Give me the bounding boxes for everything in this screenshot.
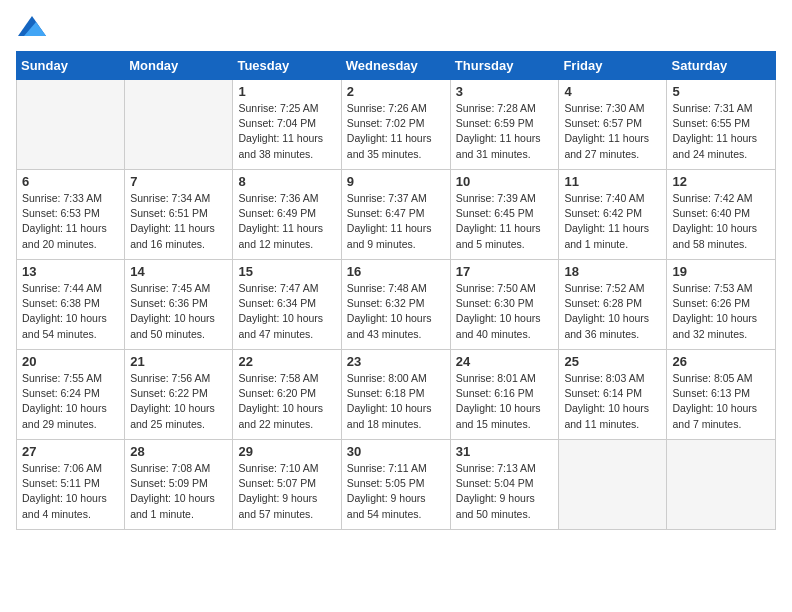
day-number: 3 — [456, 84, 554, 99]
calendar-day-cell: 20Sunrise: 7:55 AM Sunset: 6:24 PM Dayli… — [17, 350, 125, 440]
day-info: Sunrise: 7:06 AM Sunset: 5:11 PM Dayligh… — [22, 461, 119, 522]
calendar-day-cell: 7Sunrise: 7:34 AM Sunset: 6:51 PM Daylig… — [125, 170, 233, 260]
calendar-day-cell: 14Sunrise: 7:45 AM Sunset: 6:36 PM Dayli… — [125, 260, 233, 350]
calendar-day-cell: 23Sunrise: 8:00 AM Sunset: 6:18 PM Dayli… — [341, 350, 450, 440]
day-number: 4 — [564, 84, 661, 99]
day-info: Sunrise: 7:40 AM Sunset: 6:42 PM Dayligh… — [564, 191, 661, 252]
day-number: 10 — [456, 174, 554, 189]
calendar-day-cell — [667, 440, 776, 530]
calendar-day-cell: 31Sunrise: 7:13 AM Sunset: 5:04 PM Dayli… — [450, 440, 559, 530]
day-info: Sunrise: 7:33 AM Sunset: 6:53 PM Dayligh… — [22, 191, 119, 252]
day-info: Sunrise: 7:47 AM Sunset: 6:34 PM Dayligh… — [238, 281, 335, 342]
calendar-day-cell: 19Sunrise: 7:53 AM Sunset: 6:26 PM Dayli… — [667, 260, 776, 350]
calendar-table: SundayMondayTuesdayWednesdayThursdayFrid… — [16, 51, 776, 530]
logo — [16, 16, 46, 41]
calendar-week-row: 13Sunrise: 7:44 AM Sunset: 6:38 PM Dayli… — [17, 260, 776, 350]
weekday-header: Monday — [125, 52, 233, 80]
day-info: Sunrise: 8:01 AM Sunset: 6:16 PM Dayligh… — [456, 371, 554, 432]
day-number: 27 — [22, 444, 119, 459]
day-number: 19 — [672, 264, 770, 279]
day-info: Sunrise: 7:31 AM Sunset: 6:55 PM Dayligh… — [672, 101, 770, 162]
calendar-day-cell: 10Sunrise: 7:39 AM Sunset: 6:45 PM Dayli… — [450, 170, 559, 260]
day-info: Sunrise: 7:08 AM Sunset: 5:09 PM Dayligh… — [130, 461, 227, 522]
day-info: Sunrise: 7:53 AM Sunset: 6:26 PM Dayligh… — [672, 281, 770, 342]
calendar-day-cell: 30Sunrise: 7:11 AM Sunset: 5:05 PM Dayli… — [341, 440, 450, 530]
calendar-day-cell: 28Sunrise: 7:08 AM Sunset: 5:09 PM Dayli… — [125, 440, 233, 530]
calendar-day-cell: 29Sunrise: 7:10 AM Sunset: 5:07 PM Dayli… — [233, 440, 341, 530]
day-info: Sunrise: 7:30 AM Sunset: 6:57 PM Dayligh… — [564, 101, 661, 162]
calendar-week-row: 6Sunrise: 7:33 AM Sunset: 6:53 PM Daylig… — [17, 170, 776, 260]
day-number: 23 — [347, 354, 445, 369]
calendar-day-cell: 3Sunrise: 7:28 AM Sunset: 6:59 PM Daylig… — [450, 80, 559, 170]
day-info: Sunrise: 7:11 AM Sunset: 5:05 PM Dayligh… — [347, 461, 445, 522]
day-number: 6 — [22, 174, 119, 189]
calendar-day-cell: 1Sunrise: 7:25 AM Sunset: 7:04 PM Daylig… — [233, 80, 341, 170]
day-info: Sunrise: 7:10 AM Sunset: 5:07 PM Dayligh… — [238, 461, 335, 522]
day-number: 28 — [130, 444, 227, 459]
day-number: 12 — [672, 174, 770, 189]
day-info: Sunrise: 7:45 AM Sunset: 6:36 PM Dayligh… — [130, 281, 227, 342]
calendar-day-cell: 9Sunrise: 7:37 AM Sunset: 6:47 PM Daylig… — [341, 170, 450, 260]
day-info: Sunrise: 7:39 AM Sunset: 6:45 PM Dayligh… — [456, 191, 554, 252]
day-info: Sunrise: 7:52 AM Sunset: 6:28 PM Dayligh… — [564, 281, 661, 342]
calendar-day-cell: 16Sunrise: 7:48 AM Sunset: 6:32 PM Dayli… — [341, 260, 450, 350]
weekday-header: Friday — [559, 52, 667, 80]
day-number: 18 — [564, 264, 661, 279]
calendar-week-row: 20Sunrise: 7:55 AM Sunset: 6:24 PM Dayli… — [17, 350, 776, 440]
calendar-week-row: 1Sunrise: 7:25 AM Sunset: 7:04 PM Daylig… — [17, 80, 776, 170]
day-info: Sunrise: 7:58 AM Sunset: 6:20 PM Dayligh… — [238, 371, 335, 432]
calendar-day-cell — [559, 440, 667, 530]
day-number: 21 — [130, 354, 227, 369]
day-info: Sunrise: 7:56 AM Sunset: 6:22 PM Dayligh… — [130, 371, 227, 432]
logo-icon — [18, 16, 46, 36]
calendar-day-cell — [125, 80, 233, 170]
calendar-day-cell: 17Sunrise: 7:50 AM Sunset: 6:30 PM Dayli… — [450, 260, 559, 350]
day-info: Sunrise: 7:34 AM Sunset: 6:51 PM Dayligh… — [130, 191, 227, 252]
calendar-day-cell: 27Sunrise: 7:06 AM Sunset: 5:11 PM Dayli… — [17, 440, 125, 530]
day-number: 29 — [238, 444, 335, 459]
day-number: 2 — [347, 84, 445, 99]
calendar-header-row: SundayMondayTuesdayWednesdayThursdayFrid… — [17, 52, 776, 80]
weekday-header: Tuesday — [233, 52, 341, 80]
day-number: 30 — [347, 444, 445, 459]
day-info: Sunrise: 7:13 AM Sunset: 5:04 PM Dayligh… — [456, 461, 554, 522]
day-number: 17 — [456, 264, 554, 279]
calendar-day-cell: 21Sunrise: 7:56 AM Sunset: 6:22 PM Dayli… — [125, 350, 233, 440]
day-number: 20 — [22, 354, 119, 369]
day-info: Sunrise: 7:37 AM Sunset: 6:47 PM Dayligh… — [347, 191, 445, 252]
day-number: 31 — [456, 444, 554, 459]
day-number: 1 — [238, 84, 335, 99]
day-info: Sunrise: 7:36 AM Sunset: 6:49 PM Dayligh… — [238, 191, 335, 252]
calendar-day-cell: 5Sunrise: 7:31 AM Sunset: 6:55 PM Daylig… — [667, 80, 776, 170]
day-number: 14 — [130, 264, 227, 279]
day-info: Sunrise: 7:25 AM Sunset: 7:04 PM Dayligh… — [238, 101, 335, 162]
day-number: 7 — [130, 174, 227, 189]
day-number: 22 — [238, 354, 335, 369]
day-info: Sunrise: 7:28 AM Sunset: 6:59 PM Dayligh… — [456, 101, 554, 162]
day-info: Sunrise: 7:48 AM Sunset: 6:32 PM Dayligh… — [347, 281, 445, 342]
calendar-day-cell: 12Sunrise: 7:42 AM Sunset: 6:40 PM Dayli… — [667, 170, 776, 260]
day-number: 9 — [347, 174, 445, 189]
calendar-day-cell: 22Sunrise: 7:58 AM Sunset: 6:20 PM Dayli… — [233, 350, 341, 440]
calendar-week-row: 27Sunrise: 7:06 AM Sunset: 5:11 PM Dayli… — [17, 440, 776, 530]
day-number: 13 — [22, 264, 119, 279]
page-header — [16, 16, 776, 41]
calendar-day-cell: 26Sunrise: 8:05 AM Sunset: 6:13 PM Dayli… — [667, 350, 776, 440]
calendar-day-cell: 18Sunrise: 7:52 AM Sunset: 6:28 PM Dayli… — [559, 260, 667, 350]
calendar-day-cell: 11Sunrise: 7:40 AM Sunset: 6:42 PM Dayli… — [559, 170, 667, 260]
calendar-day-cell: 13Sunrise: 7:44 AM Sunset: 6:38 PM Dayli… — [17, 260, 125, 350]
day-number: 8 — [238, 174, 335, 189]
day-number: 26 — [672, 354, 770, 369]
day-number: 15 — [238, 264, 335, 279]
day-number: 25 — [564, 354, 661, 369]
day-info: Sunrise: 7:26 AM Sunset: 7:02 PM Dayligh… — [347, 101, 445, 162]
day-info: Sunrise: 8:03 AM Sunset: 6:14 PM Dayligh… — [564, 371, 661, 432]
weekday-header: Sunday — [17, 52, 125, 80]
calendar-day-cell — [17, 80, 125, 170]
day-info: Sunrise: 7:55 AM Sunset: 6:24 PM Dayligh… — [22, 371, 119, 432]
day-number: 5 — [672, 84, 770, 99]
day-info: Sunrise: 7:50 AM Sunset: 6:30 PM Dayligh… — [456, 281, 554, 342]
calendar-day-cell: 24Sunrise: 8:01 AM Sunset: 6:16 PM Dayli… — [450, 350, 559, 440]
weekday-header: Thursday — [450, 52, 559, 80]
day-info: Sunrise: 8:05 AM Sunset: 6:13 PM Dayligh… — [672, 371, 770, 432]
